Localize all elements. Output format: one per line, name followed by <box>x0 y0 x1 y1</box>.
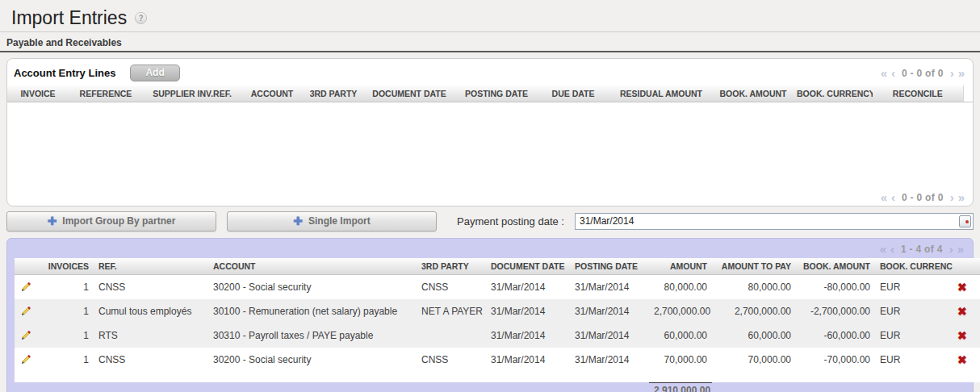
account-cell: 30200 - Social security <box>208 348 417 372</box>
last-page-icon[interactable]: » <box>958 191 965 203</box>
edit-pencil-icon[interactable] <box>19 280 31 294</box>
edit-cell <box>15 348 42 372</box>
panel1-header: Account Entry Lines Add « ‹ 0 - 0 of 0 ›… <box>7 59 973 85</box>
table-row: 1 CNSS 30200 - Social security CNSS 31/M… <box>15 348 980 372</box>
book-currency-cell: EUR <box>875 348 953 372</box>
table1-header-row: INVOICE REFERENCE SUPPLIER INV.REF. ACCO… <box>7 85 974 102</box>
add-button[interactable]: Add <box>130 65 179 81</box>
book-currency-cell: EUR <box>875 275 953 300</box>
invoices-cell: 1 <box>42 299 94 323</box>
import-group-by-partner-button[interactable]: ✚ Import Group By partner <box>6 211 216 231</box>
plus-icon: ✚ <box>293 215 303 227</box>
amount-to-pay-cell: 60,000.00 <box>712 323 796 348</box>
amount-cell: 60,000.00 <box>649 323 712 348</box>
col-3rd-party: 3RD PARTY <box>417 258 486 275</box>
prev-page-icon[interactable]: ‹ <box>891 67 895 79</box>
panel1-footer: « ‹ 0 - 0 of 0 › » <box>7 188 973 206</box>
third-party-cell: CNSS <box>417 275 486 300</box>
next-page-icon[interactable]: › <box>949 243 953 255</box>
payment-posting-date-label: Payment posting date : <box>457 215 564 227</box>
edit-pencil-icon[interactable] <box>19 328 31 342</box>
edit-cell <box>15 323 42 348</box>
book-currency-cell: EUR <box>875 323 953 348</box>
col-document-date: DOCUMENT DATE <box>486 258 570 275</box>
help-icon[interactable]: ? <box>135 12 147 24</box>
delete-icon[interactable]: ✖ <box>957 306 967 317</box>
table-bottom-spacer <box>15 372 980 382</box>
col-invoice: INVOICE <box>7 85 69 102</box>
total-row: 2,910,000.00 <box>15 382 980 392</box>
posting-date-cell: 31/Mar/2014 <box>570 323 649 348</box>
next-page-icon[interactable]: › <box>950 67 954 79</box>
panel1-title: Account Entry Lines <box>14 67 115 79</box>
col-book-amount: BOOK. AMOUNT <box>714 85 792 102</box>
col-invoices: INVOICES <box>42 258 94 275</box>
plus-icon: ✚ <box>48 215 57 227</box>
ref-cell: RTS <box>94 323 208 348</box>
col-delete <box>953 258 980 275</box>
table-row: 1 RTS 30310 - Payroll taxes / PAYE payab… <box>15 323 980 348</box>
col-book-currency: BOOK. CURRENCY <box>792 85 873 102</box>
col-book-currency: BOOK. CURRENCY <box>875 258 953 275</box>
title-bar: Import Entries ? <box>0 0 980 32</box>
prev-page-icon[interactable]: ‹ <box>890 243 894 255</box>
last-page-icon[interactable]: » <box>958 67 965 79</box>
col-account: ACCOUNT <box>208 258 417 275</box>
edit-pencil-icon[interactable] <box>19 304 31 318</box>
third-party-cell: CNSS <box>417 348 486 372</box>
delete-icon[interactable]: ✖ <box>957 281 967 293</box>
document-date-cell: 31/Mar/2014 <box>486 275 570 300</box>
account-entry-lines-panel: Account Entry Lines Add « ‹ 0 - 0 of 0 ›… <box>6 58 974 206</box>
amount-to-pay-cell: 70,000.00 <box>712 348 796 372</box>
book-currency-cell: EUR <box>875 299 953 323</box>
amount-cell: 2,700,000.00 <box>649 299 712 323</box>
calendar-icon[interactable] <box>959 215 971 227</box>
col-edit <box>15 258 42 275</box>
invoices-cell: 1 <box>42 323 94 348</box>
ref-cell: CNSS <box>94 275 208 300</box>
empty-table-body <box>7 102 973 188</box>
col-document-date: DOCUMENT DATE <box>364 85 454 102</box>
col-posting-date: POSTING DATE <box>454 85 538 102</box>
account-entry-lines-table: INVOICE REFERENCE SUPPLIER INV.REF. ACCO… <box>7 85 974 102</box>
amount-to-pay-cell: 2,700,000.00 <box>712 299 796 323</box>
import-lines-body: 1 CNSS 30200 - Social security CNSS 31/M… <box>15 275 980 383</box>
first-page-icon[interactable]: « <box>881 67 887 79</box>
book-amount-cell: -70,000.00 <box>796 348 875 372</box>
col-ref: REF. <box>94 258 208 275</box>
pager-bottom: « ‹ 0 - 0 of 0 › » <box>881 191 965 203</box>
account-cell: 30200 - Social security <box>208 275 417 300</box>
page-title: Import Entries <box>11 7 127 29</box>
delete-icon[interactable]: ✖ <box>957 330 967 341</box>
delete-cell: ✖ <box>953 348 980 372</box>
amount-cell: 70,000.00 <box>649 348 712 372</box>
edit-pencil-icon[interactable] <box>19 352 31 366</box>
posting-date-cell: 31/Mar/2014 <box>570 299 649 323</box>
edit-cell <box>15 299 42 323</box>
col-3rd-party: 3RD PARTY <box>303 85 364 102</box>
first-page-icon[interactable]: « <box>881 191 887 203</box>
third-party-cell <box>417 323 486 348</box>
pager-top: « ‹ 0 - 0 of 0 › » <box>881 67 965 79</box>
amount-cell: 80,000.00 <box>649 275 712 300</box>
prev-page-icon[interactable]: ‹ <box>891 191 895 203</box>
first-page-icon[interactable]: « <box>880 243 886 255</box>
col-book-amount: BOOK. AMOUNT <box>796 258 875 275</box>
delete-icon[interactable]: ✖ <box>957 354 967 365</box>
payment-posting-date-input[interactable] <box>575 213 974 230</box>
col-supplier-inv-ref: SUPPLIER INV.REF. <box>143 85 241 102</box>
posting-date-cell: 31/Mar/2014 <box>570 348 649 372</box>
next-page-icon[interactable]: › <box>950 191 954 203</box>
col-due-date: DUE DATE <box>538 85 608 102</box>
calendar-dot <box>965 220 969 223</box>
single-import-button[interactable]: ✚ Single Import <box>227 211 437 231</box>
last-page-icon[interactable]: » <box>957 243 964 255</box>
book-amount-cell: -2,700,000.00 <box>796 299 875 323</box>
invoices-cell: 1 <box>42 348 94 372</box>
delete-cell: ✖ <box>953 275 980 300</box>
ref-cell: CNSS <box>94 348 208 372</box>
invoices-cell: 1 <box>42 275 94 300</box>
book-amount-cell: -60,000.00 <box>796 323 875 348</box>
document-date-cell: 31/Mar/2014 <box>486 348 570 372</box>
import-group-label: Import Group By partner <box>62 215 175 227</box>
